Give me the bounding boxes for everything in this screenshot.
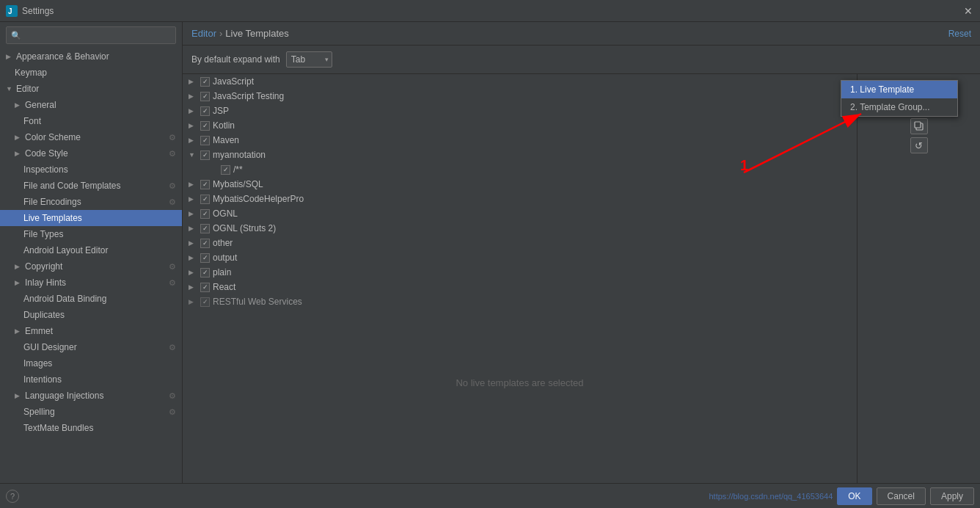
sidebar-item-color-scheme[interactable]: ▶ Color Scheme ⚙ bbox=[0, 129, 182, 145]
expand-icon: ▶ bbox=[15, 150, 22, 157]
right-panel: + − ↺ 1. Live Template 2. Te bbox=[858, 74, 980, 483]
sidebar-item-intentions[interactable]: Intentions bbox=[0, 371, 182, 388]
reset-button[interactable]: Reset bbox=[948, 29, 971, 39]
group-checkbox[interactable] bbox=[200, 195, 210, 204]
sidebar-item-label: Language Injections bbox=[25, 391, 103, 401]
template-group-row[interactable]: ▶ React bbox=[183, 280, 857, 294]
group-name: JavaScript Testing bbox=[213, 91, 284, 101]
group-checkbox[interactable] bbox=[200, 283, 210, 292]
help-button[interactable]: ? bbox=[6, 490, 19, 503]
template-group-row[interactable]: ▶ Maven bbox=[183, 133, 857, 148]
template-group-row[interactable]: ▼ myannotation bbox=[183, 148, 857, 162]
apply-button[interactable]: Apply bbox=[930, 487, 974, 505]
expand-icon: ▶ bbox=[189, 122, 197, 129]
template-group-row[interactable]: ▶ MybatisCodeHelperPro bbox=[183, 192, 857, 206]
group-name: JSP bbox=[213, 106, 229, 116]
sidebar-item-file-encodings[interactable]: File Encodings ⚙ bbox=[0, 194, 182, 210]
sidebar-item-file-code-templates[interactable]: File and Code Templates ⚙ bbox=[0, 178, 182, 194]
group-checkbox[interactable] bbox=[200, 92, 210, 101]
search-input[interactable] bbox=[24, 30, 171, 40]
group-name: plain bbox=[213, 267, 231, 277]
revert-button[interactable]: ↺ bbox=[910, 137, 928, 153]
sidebar-item-android-layout[interactable]: Android Layout Editor bbox=[0, 242, 182, 258]
popup-item-template-group[interactable]: 2. Template Group... bbox=[841, 98, 957, 116]
sidebar-item-live-templates[interactable]: Live Templates bbox=[0, 210, 182, 226]
template-group-row[interactable]: ▶ OGNL bbox=[183, 206, 857, 221]
template-group-row[interactable]: ▶ Mybatis/SQL bbox=[183, 177, 857, 192]
template-group-row[interactable]: ▶ output bbox=[183, 250, 857, 265]
sidebar-item-label: File Encodings bbox=[23, 197, 81, 207]
expand-dropdown[interactable]: Tab Enter Space bbox=[286, 51, 332, 68]
group-checkbox[interactable] bbox=[200, 239, 210, 248]
search-box[interactable]: 🔍 bbox=[6, 26, 176, 44]
template-group-row[interactable]: ▶ other bbox=[183, 236, 857, 250]
gear-icon: ⚙ bbox=[169, 181, 176, 191]
sidebar-item-code-style[interactable]: ▶ Code Style ⚙ bbox=[0, 145, 182, 162]
breadcrumb-parent[interactable]: Editor bbox=[191, 28, 216, 39]
popup-item-live-template[interactable]: 1. Live Template bbox=[841, 81, 957, 98]
template-group-row[interactable]: ▶ OGNL (Struts 2) bbox=[183, 221, 857, 236]
expand-icon: ▶ bbox=[15, 101, 22, 109]
gear-icon: ⚙ bbox=[169, 407, 176, 417]
sidebar-item-images[interactable]: Images bbox=[0, 355, 182, 371]
template-group-row[interactable]: ▶ JavaScript Testing bbox=[183, 89, 857, 104]
expand-icon: ▶ bbox=[189, 298, 197, 305]
group-checkbox[interactable] bbox=[200, 106, 210, 116]
group-checkbox[interactable] bbox=[200, 253, 210, 263]
group-checkbox[interactable] bbox=[200, 297, 210, 307]
cancel-button[interactable]: Cancel bbox=[877, 487, 926, 505]
group-checkbox[interactable] bbox=[200, 268, 210, 277]
expand-icon: ▶ bbox=[189, 107, 197, 115]
sidebar-item-font[interactable]: Font bbox=[0, 113, 182, 129]
template-group-row[interactable]: ▶ plain bbox=[183, 265, 857, 280]
group-checkbox[interactable] bbox=[200, 224, 210, 233]
copy-button[interactable] bbox=[910, 118, 928, 134]
group-checkbox[interactable] bbox=[200, 136, 210, 145]
template-group-row[interactable]: ▶ Kotlin bbox=[183, 118, 857, 133]
group-name: Mybatis/SQL bbox=[213, 179, 263, 189]
group-name: RESTful Web Services bbox=[213, 297, 302, 307]
app-icon: J bbox=[6, 5, 18, 17]
sidebar-item-copyright[interactable]: ▶ Copyright ⚙ bbox=[0, 258, 182, 275]
sidebar-item-android-data[interactable]: Android Data Binding bbox=[0, 291, 182, 307]
sidebar-item-general[interactable]: ▶ General bbox=[0, 97, 182, 113]
template-group-row[interactable]: ▶ JSP bbox=[183, 104, 857, 118]
close-button[interactable]: ✕ bbox=[962, 5, 974, 17]
gear-icon: ⚙ bbox=[169, 149, 176, 159]
sidebar-item-duplicates[interactable]: Duplicates bbox=[0, 307, 182, 323]
group-checkbox[interactable] bbox=[200, 150, 210, 160]
sidebar-item-keymap[interactable]: Keymap bbox=[0, 65, 182, 81]
group-checkbox[interactable] bbox=[200, 77, 210, 87]
sidebar-item-emmet[interactable]: ▶ Emmet bbox=[0, 323, 182, 339]
sidebar-item-inspections[interactable]: Inspections bbox=[0, 162, 182, 178]
sidebar-item-appearance[interactable]: ▶ Appearance & Behavior bbox=[0, 48, 182, 65]
expand-icon: ▶ bbox=[189, 239, 197, 247]
expand-icon: ▶ bbox=[15, 327, 22, 335]
template-group-row[interactable]: ▶ RESTful Web Services bbox=[183, 294, 857, 309]
sidebar-item-language-injections[interactable]: ▶ Language Injections ⚙ bbox=[0, 388, 182, 404]
sidebar-item-label: Android Data Binding bbox=[23, 294, 106, 304]
group-name: OGNL bbox=[213, 208, 238, 219]
template-group-row[interactable]: ▶ JavaScript bbox=[183, 74, 857, 89]
expand-icon: ▶ bbox=[15, 279, 22, 286]
template-item-row[interactable]: /** bbox=[183, 162, 857, 177]
group-checkbox[interactable] bbox=[200, 121, 210, 131]
gear-icon: ⚙ bbox=[169, 262, 176, 272]
expand-icon: ▶ bbox=[189, 181, 197, 188]
sidebar-item-inlay-hints[interactable]: ▶ Inlay Hints ⚙ bbox=[0, 275, 182, 291]
group-checkbox[interactable] bbox=[200, 209, 210, 219]
gear-icon: ⚙ bbox=[169, 343, 176, 352]
sidebar-item-label: File Types bbox=[23, 229, 63, 239]
expand-icon: ▶ bbox=[15, 263, 22, 270]
ok-button[interactable]: OK bbox=[837, 487, 871, 505]
sidebar-item-spelling[interactable]: Spelling ⚙ bbox=[0, 404, 182, 420]
content-area: 🔍 ▶ Appearance & Behavior Keymap ▼ Edito… bbox=[0, 22, 980, 483]
sidebar-item-editor[interactable]: ▼ Editor bbox=[0, 81, 182, 97]
item-checkbox[interactable] bbox=[221, 165, 230, 175]
sidebar-item-gui-designer[interactable]: GUI Designer ⚙ bbox=[0, 339, 182, 355]
sidebar-item-textmate[interactable]: TextMate Bundles bbox=[0, 420, 182, 436]
group-checkbox[interactable] bbox=[200, 180, 210, 189]
expand-icon: ▶ bbox=[189, 195, 197, 203]
sidebar-item-file-types[interactable]: File Types bbox=[0, 226, 182, 242]
main-panel: Editor › Live Templates Reset By default… bbox=[183, 22, 980, 483]
